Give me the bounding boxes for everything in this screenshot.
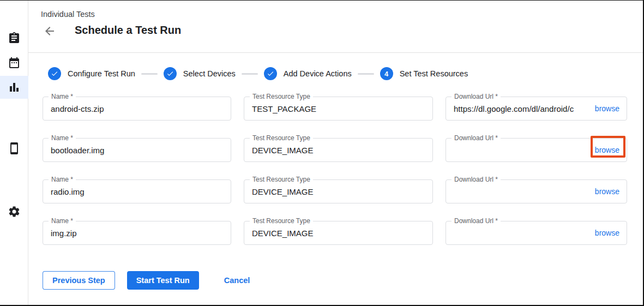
arrow-left-icon: [43, 25, 56, 38]
sidebar-item-devices[interactable]: [0, 137, 28, 160]
download-url-field-label: Download Url *: [452, 93, 501, 100]
download-url-field-value: https://dl.google.com/dl/android/c: [446, 104, 591, 113]
download-url-field-label: Download Url *: [452, 217, 501, 225]
name-field[interactable]: Name * android-cts.zip: [43, 97, 231, 121]
type-field[interactable]: Test Resource Type DEVICE_IMAGE: [244, 221, 433, 245]
browse-link[interactable]: browse: [591, 104, 627, 113]
name-field-label: Name *: [49, 176, 76, 183]
download-url-field-label: Download Url *: [452, 176, 501, 183]
browse-link[interactable]: browse: [591, 229, 627, 237]
type-field-value: DEVICE_IMAGE: [244, 229, 314, 238]
step-circle: [48, 67, 61, 80]
check-icon: [51, 70, 58, 77]
back-button[interactable]: [43, 25, 56, 38]
page-title: Schedule a Test Run: [75, 24, 181, 37]
screenshot-top-border: [0, 0, 644, 1]
resource-row: Name * bootloader.img Test Resource Type…: [43, 138, 627, 162]
check-icon: [267, 70, 274, 77]
type-field-value: DEVICE_IMAGE: [244, 146, 314, 155]
stepper-step[interactable]: Configure Test Run: [48, 67, 135, 80]
step-label: Set Test Resources: [400, 69, 468, 78]
stepper-step[interactable]: 4 Set Test Resources: [380, 67, 468, 80]
resource-row: Name * android-cts.zip Test Resource Typ…: [43, 97, 627, 121]
step-number: 4: [384, 70, 388, 78]
cancel-button[interactable]: Cancel: [219, 271, 256, 290]
type-field[interactable]: Test Resource Type DEVICE_IMAGE: [244, 138, 433, 162]
name-field-value: img.zip: [43, 229, 77, 238]
name-field-label: Name *: [49, 134, 76, 142]
phone-icon: [8, 142, 21, 155]
name-field[interactable]: Name * img.zip: [43, 221, 231, 245]
name-field-value: bootloader.img: [43, 146, 104, 155]
sidebar-item-test-runs[interactable]: [0, 76, 28, 99]
type-field[interactable]: Test Resource Type TEST_PACKAGE: [244, 97, 433, 121]
name-field-label: Name *: [49, 93, 76, 100]
header-divider: [28, 52, 643, 53]
sidebar-item-plans[interactable]: [0, 51, 28, 74]
download-url-field[interactable]: Download Url * browse: [446, 221, 627, 245]
name-field-label: Name *: [49, 217, 76, 225]
step-label: Add Device Actions: [284, 69, 352, 78]
check-icon: [166, 70, 174, 77]
name-field-value: android-cts.zip: [43, 104, 104, 113]
calendar-icon: [8, 56, 21, 69]
resource-rows: Name * android-cts.zip Test Resource Typ…: [43, 97, 627, 262]
name-field[interactable]: Name * bootloader.img: [43, 138, 231, 162]
type-field-value: TEST_PACKAGE: [244, 104, 316, 113]
step-connector: [358, 73, 374, 75]
download-url-field[interactable]: Download Url * browse: [446, 179, 627, 203]
stepper-step[interactable]: Select Devices: [164, 67, 236, 80]
step-circle: [264, 67, 277, 80]
type-field-label: Test Resource Type: [250, 217, 313, 225]
type-field-label: Test Resource Type: [250, 176, 313, 183]
action-bar: Previous Step Start Test Run Cancel: [43, 271, 255, 290]
previous-step-button[interactable]: Previous Step: [43, 271, 115, 290]
step-connector: [242, 73, 258, 75]
type-field-label: Test Resource Type: [250, 134, 313, 142]
gear-icon: [8, 205, 21, 218]
name-field-value: radio.img: [43, 187, 85, 196]
bar-chart-icon: [8, 81, 21, 94]
step-circle: [164, 67, 177, 80]
clipboard-icon: [8, 32, 21, 45]
download-url-field[interactable]: Download Url * browse: [446, 138, 627, 162]
sidebar: [0, 0, 28, 306]
download-url-field[interactable]: Download Url * https://dl.google.com/dl/…: [446, 97, 627, 121]
sidebar-item-settings[interactable]: [0, 200, 28, 223]
resource-row: Name * img.zip Test Resource Type DEVICE…: [43, 221, 627, 245]
start-test-run-button[interactable]: Start Test Run: [127, 271, 199, 290]
download-url-field-label: Download Url *: [452, 134, 501, 142]
type-field-value: DEVICE_IMAGE: [244, 187, 314, 196]
name-field[interactable]: Name * radio.img: [43, 179, 231, 203]
breadcrumb: Individual Tests: [41, 10, 95, 19]
browse-link[interactable]: browse: [591, 187, 627, 196]
stepper-step[interactable]: Add Device Actions: [264, 67, 352, 80]
resource-row: Name * radio.img Test Resource Type DEVI…: [43, 179, 627, 203]
browse-link[interactable]: browse: [591, 146, 627, 154]
sidebar-item-tests[interactable]: [0, 27, 28, 50]
step-label: Configure Test Run: [68, 69, 135, 78]
type-field-label: Test Resource Type: [250, 93, 313, 100]
stepper: Configure Test Run Select Devices Add De…: [48, 67, 468, 80]
step-connector: [141, 73, 158, 75]
type-field[interactable]: Test Resource Type DEVICE_IMAGE: [244, 179, 433, 203]
step-circle: 4: [380, 67, 393, 80]
step-label: Select Devices: [183, 69, 236, 78]
